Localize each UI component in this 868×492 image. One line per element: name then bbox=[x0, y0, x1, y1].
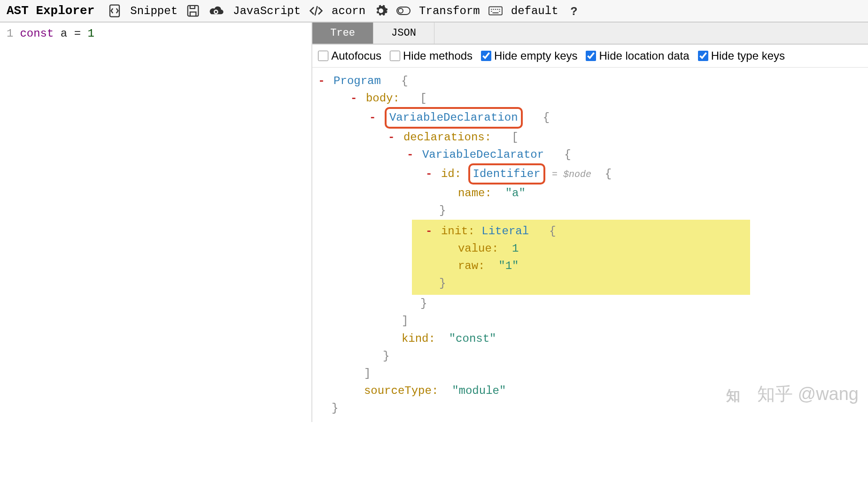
code-editor[interactable]: 1const a = 1 bbox=[0, 23, 312, 422]
tab-tree[interactable]: Tree bbox=[312, 23, 373, 44]
snippet-label[interactable]: Snippet bbox=[130, 5, 178, 17]
toolbar: AST Explorer Snippet JavaScript acorn Tr… bbox=[0, 0, 868, 23]
node-raw[interactable]: raw: "1" bbox=[431, 257, 750, 275]
node-declarator-close: } bbox=[393, 295, 862, 312]
option-autofocus[interactable]: Autofocus bbox=[318, 49, 381, 62]
node-declarations-close: ] bbox=[374, 312, 862, 330]
autofocus-checkbox[interactable] bbox=[318, 51, 328, 61]
app-title: AST Explorer bbox=[7, 4, 94, 18]
highlight-literal: - init: Literal { value: 1 raw: "1" } bbox=[412, 220, 750, 295]
operator-equals: = bbox=[74, 27, 81, 40]
hide-empty-keys-label: Hide empty keys bbox=[494, 49, 577, 62]
node-variable-declaration[interactable]: - VariableDeclaration { bbox=[356, 107, 862, 128]
node-body-close: ] bbox=[337, 365, 862, 382]
transform-label[interactable]: Transform bbox=[419, 5, 480, 17]
svg-text:?: ? bbox=[570, 5, 577, 18]
parser-label[interactable]: acorn bbox=[332, 5, 365, 17]
node-id[interactable]: - id: Identifier = $node { bbox=[412, 163, 862, 184]
save-icon[interactable] bbox=[186, 4, 200, 18]
output-panel: Tree JSON Autofocus Hide methods Hide em… bbox=[312, 23, 868, 422]
line-number: 1 bbox=[7, 27, 13, 40]
node-vd-close: } bbox=[356, 347, 862, 365]
ast-tree[interactable]: - Program { - body: [ - VariableDeclarat… bbox=[312, 68, 868, 422]
node-name[interactable]: name: "a" bbox=[431, 184, 862, 202]
autofocus-label: Autofocus bbox=[331, 49, 381, 62]
hide-type-keys-label: Hide type keys bbox=[711, 49, 785, 62]
keyboard-icon[interactable] bbox=[488, 4, 503, 18]
node-variable-declarator[interactable]: - VariableDeclarator { bbox=[393, 146, 862, 163]
node-program-close: } bbox=[318, 400, 862, 417]
node-init[interactable]: - init: Literal { bbox=[412, 223, 750, 240]
node-value[interactable]: value: 1 bbox=[431, 240, 750, 257]
node-body[interactable]: - body: [ bbox=[337, 90, 862, 107]
cloud-icon[interactable] bbox=[209, 4, 225, 18]
main: 1const a = 1 Tree JSON Autofocus Hide me… bbox=[0, 23, 868, 422]
option-hide-type-keys[interactable]: Hide type keys bbox=[698, 49, 785, 62]
node-program[interactable]: - Program { bbox=[318, 72, 862, 90]
language-label[interactable]: JavaScript bbox=[233, 5, 301, 17]
node-init-close: } bbox=[412, 275, 750, 292]
gear-icon[interactable] bbox=[374, 4, 388, 18]
output-tabs: Tree JSON bbox=[312, 23, 868, 45]
identifier-a: a bbox=[61, 27, 67, 40]
hide-empty-keys-checkbox[interactable] bbox=[481, 51, 491, 61]
node-declarations[interactable]: - declarations: [ bbox=[374, 129, 862, 146]
options-bar: Autofocus Hide methods Hide empty keys H… bbox=[312, 45, 868, 68]
snippet-icon[interactable] bbox=[108, 4, 122, 18]
option-hide-location-data[interactable]: Hide location data bbox=[586, 49, 689, 62]
hide-methods-label: Hide methods bbox=[403, 49, 473, 62]
hide-location-data-label: Hide location data bbox=[599, 49, 689, 62]
option-hide-empty-keys[interactable]: Hide empty keys bbox=[481, 49, 577, 62]
toggle-icon[interactable] bbox=[396, 4, 411, 18]
keyword-const: const bbox=[20, 27, 54, 40]
option-hide-methods[interactable]: Hide methods bbox=[390, 49, 473, 62]
help-icon[interactable]: ? bbox=[567, 4, 581, 18]
hide-methods-checkbox[interactable] bbox=[390, 51, 400, 61]
preset-label[interactable]: default bbox=[511, 5, 558, 17]
hide-location-data-checkbox[interactable] bbox=[586, 51, 596, 61]
hide-type-keys-checkbox[interactable] bbox=[698, 51, 708, 61]
node-kind[interactable]: kind: "const" bbox=[374, 330, 862, 347]
svg-point-3 bbox=[398, 8, 403, 13]
tab-json[interactable]: JSON bbox=[373, 23, 434, 44]
code-icon[interactable] bbox=[309, 4, 323, 18]
node-id-close: } bbox=[412, 202, 862, 219]
svg-rect-1 bbox=[188, 6, 199, 16]
svg-rect-4 bbox=[489, 7, 502, 15]
node-source-type[interactable]: sourceType: "module" bbox=[337, 382, 862, 400]
number-literal: 1 bbox=[87, 27, 94, 40]
